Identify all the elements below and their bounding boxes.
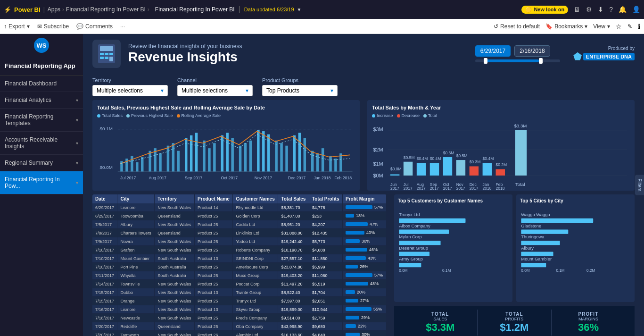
chevron-icon: ▾: [76, 98, 78, 103]
comments-button[interactable]: 💬 Comments: [76, 23, 113, 30]
svg-text:2018: 2018: [496, 186, 505, 191]
date-range-slider[interactable]: [475, 59, 560, 62]
svg-rect-82: [443, 157, 452, 176]
export-button[interactable]: ↑ Export ▾: [4, 23, 30, 30]
product-groups-select[interactable]: Top Products ▾: [262, 85, 338, 96]
mini-charts-row: Top 5 Customers by Customer Names Trunyx…: [394, 194, 635, 302]
channel-filter: Channel Multiple selections ▾: [177, 77, 253, 96]
svg-text:0.1M: 0.1M: [442, 269, 451, 273]
svg-rect-7: [109, 57, 113, 61]
sidebar-item-financial-analytics[interactable]: Financial Analytics ▾: [0, 92, 83, 109]
star-icon[interactable]: ☆: [616, 23, 622, 30]
svg-text:$0.1M: $0.1M: [99, 126, 112, 131]
help-icon[interactable]: ?: [609, 6, 613, 13]
col-customer: Customer Names: [233, 194, 278, 203]
download-icon[interactable]: ⬇: [598, 6, 603, 13]
kpi-profits-value: $1.2M: [479, 321, 549, 334]
settings-icon[interactable]: ⚙: [586, 6, 592, 13]
svg-rect-90: [470, 166, 479, 175]
table-row[interactable]: 7/14/2017 Townsville New South Wales Pro…: [92, 280, 386, 288]
sidebar-item-accounts-receivable[interactable]: Accounts Receivable Insights ▾: [0, 132, 83, 155]
svg-rect-28: [213, 143, 215, 171]
territory-select[interactable]: Multiple selections ▾: [92, 85, 168, 96]
table-row[interactable]: 7/15/2017 Orange New South Wales Product…: [92, 297, 386, 305]
svg-text:Mount Gambier: Mount Gambier: [521, 256, 552, 261]
svg-text:Army Group: Army Group: [399, 256, 423, 261]
table-row[interactable]: 7/10/2017 Port Pine South Australia Prod…: [92, 263, 386, 271]
table-row[interactable]: 6/29/2017 Toowoomba Queensland Product 2…: [92, 212, 386, 220]
svg-rect-74: [417, 163, 426, 176]
profile-icon[interactable]: 👤: [632, 6, 640, 13]
more-icon[interactable]: ···: [120, 23, 125, 30]
table-row[interactable]: 7/18/2017 Newcastle New South Wales Prod…: [92, 314, 386, 322]
legend-total-sales: Total Sales: [97, 113, 123, 118]
svg-text:0.1M: 0.1M: [556, 269, 564, 273]
svg-rect-5: [100, 57, 104, 59]
apps-link[interactable]: Apps: [48, 6, 60, 13]
svg-text:2017: 2017: [390, 186, 399, 191]
report-header: Review the financial insights of your bu…: [83, 34, 644, 74]
bar-chart-box: Total Sales by Month & Year Increase Dec…: [367, 100, 635, 191]
date-end-pill[interactable]: 2/16/2018: [514, 45, 550, 57]
svg-rect-13: [125, 159, 128, 171]
reset-button[interactable]: ↺ Reset to default: [494, 23, 540, 30]
table-row[interactable]: 7/20/2017 Redcliffe Queensland Product 2…: [92, 322, 386, 331]
customers-chart-svg: Trunyx Ltd Aibox Company Mylan Corp Dese…: [398, 206, 509, 273]
legend-rolling-avg: Rolling Average Sale: [177, 113, 221, 118]
territory-label: Territory: [92, 77, 168, 83]
svg-rect-78: [430, 163, 439, 176]
svg-text:$0.3M: $0.3M: [470, 160, 481, 164]
export-caret: ▾: [27, 23, 30, 30]
sidebar-item-financial-reporting-templates[interactable]: Financial Reporting Templates ▾: [0, 109, 83, 132]
top-bar: ⚡ Power BI | Apps › Financial Reporting …: [0, 0, 644, 19]
edit-icon[interactable]: ✎: [627, 23, 632, 30]
new-look-toggle[interactable]: 🟡 New look on: [521, 6, 568, 14]
toolbar-right: ↺ Reset to default 🔖 Bookmarks ▾ View ▾ …: [494, 23, 640, 30]
table-row[interactable]: 7/20/2017 Tamworth New South Wales Produ…: [92, 331, 386, 336]
report-subtitle: Review the financial insights of your bu…: [128, 43, 242, 50]
breadcrumb-item[interactable]: Financial Reporting In Power BI: [66, 6, 146, 13]
sidebar-item-financial-reporting[interactable]: Financial Reporting In Pow... ▾: [0, 171, 83, 194]
main-layout: WS Financial Reporting App Financial Das…: [0, 34, 644, 336]
report-main-title: Revenue Insights: [128, 50, 242, 65]
svg-rect-40: [285, 146, 288, 172]
date-caret[interactable]: ▼: [297, 7, 302, 12]
monitor-icon[interactable]: 🖥: [574, 6, 580, 13]
date-start-pill[interactable]: 6/29/2017: [475, 45, 511, 57]
table-row[interactable]: 7/11/2017 Whyalla South Australia Produc…: [92, 271, 386, 280]
kpi-sales-value: $3.3M: [405, 321, 475, 334]
export-icon: ↑: [4, 23, 7, 30]
table-row[interactable]: 7/10/2017 Mount Gambier South Australia …: [92, 254, 386, 263]
svg-text:$3.3M: $3.3M: [514, 123, 527, 128]
subscribe-button[interactable]: ✉ Subscribe: [37, 23, 69, 30]
sidebar-item-financial-dashboard[interactable]: Financial Dashboard: [0, 76, 83, 92]
sidebar-app-name: Financial Reporting App: [0, 57, 83, 76]
bar-chart-svg: $3M $2M $1M $0M $0.0M Jun 2017: [372, 120, 630, 191]
channel-label: Channel: [177, 77, 253, 83]
notification-icon[interactable]: 🔔: [619, 6, 627, 13]
svg-text:Total: Total: [515, 182, 525, 187]
svg-rect-42: [298, 133, 301, 171]
svg-text:2017: 2017: [456, 186, 465, 191]
table-row[interactable]: 7/10/2017 Grafton New South Wales Produc…: [92, 246, 386, 254]
table-row[interactable]: 7/16/2017 Lismore New South Wales Produc…: [92, 305, 386, 314]
territory-filter: Territory Multiple selections ▾: [92, 77, 168, 96]
table-row[interactable]: 7/5/2017 Albury New South Wales Product …: [92, 220, 386, 229]
svg-text:$0.4M: $0.4M: [483, 156, 494, 161]
table-row[interactable]: 7/8/2017 Charters Towers Queensland Prod…: [92, 229, 386, 237]
col-sales: Total Sales: [278, 194, 309, 203]
col-profits: Total Profits: [309, 194, 342, 203]
filters-panel[interactable]: Filters: [635, 175, 644, 195]
channel-select[interactable]: Multiple selections ▾: [177, 85, 253, 96]
table-row[interactable]: 7/15/2017 Dubbo New South Wales Product …: [92, 288, 386, 297]
data-updated: Data updated 6/23/19: [244, 7, 294, 12]
table-row[interactable]: 7/9/2017 Nowra New South Wales Product 2…: [92, 237, 386, 246]
svg-text:Aug 2017: Aug 2017: [149, 176, 166, 180]
view-button[interactable]: View ▾: [593, 23, 610, 30]
svg-text:$0.6M: $0.6M: [443, 151, 454, 155]
info-icon[interactable]: ℹ: [638, 23, 640, 30]
sidebar-item-regional-summary[interactable]: Regional Summary ▾: [0, 155, 83, 171]
bookmarks-button[interactable]: 🔖 Bookmarks ▾: [545, 23, 587, 30]
table-row[interactable]: 6/29/2017 Lismore New South Wales Produc…: [92, 203, 386, 212]
svg-text:2017: 2017: [470, 186, 479, 191]
